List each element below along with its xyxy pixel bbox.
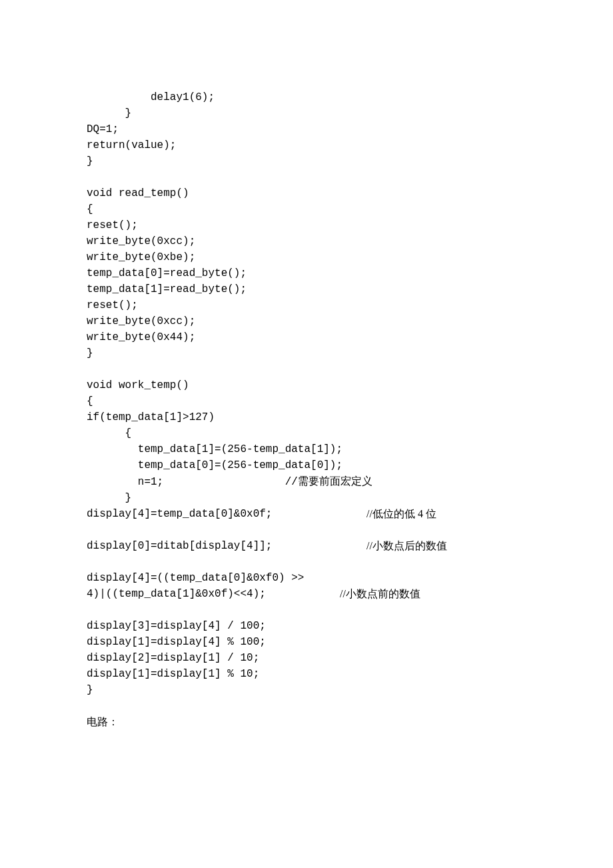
code-line: display[4]=((temp_data[0]&0xf0) >> <box>87 572 304 584</box>
code-line: n=1; //需要前面宏定义 <box>87 476 372 488</box>
code-line: void work_temp() <box>87 379 189 391</box>
code-block: delay1(6); } DQ=1; return(value); } void… <box>87 73 526 698</box>
code-line: reset(); <box>87 299 138 311</box>
code-line: write_byte(0xcc); <box>87 235 195 247</box>
code-line: void read_temp() <box>87 187 189 199</box>
code-line: temp_data[1]=(256-temp_data[1]); <box>87 443 342 455</box>
code-line: write_byte(0x44); <box>87 331 195 343</box>
document-page: delay1(6); } DQ=1; return(value); } void… <box>0 0 613 770</box>
code-line: { <box>87 427 131 439</box>
code-line: reset(); <box>87 219 138 231</box>
code-line: display[0]=ditab[display[4]];//小数点后的数值 <box>87 538 526 554</box>
code-line: } <box>87 347 93 359</box>
code-line: temp_data[1]=read_byte(); <box>87 283 247 295</box>
code-line: } <box>87 107 131 119</box>
code-line: DQ=1; <box>87 123 119 135</box>
code-line: display[2]=display[1] / 10; <box>87 652 259 664</box>
code-line: return(value); <box>87 139 176 151</box>
code-line: delay1(6); <box>87 91 215 103</box>
code-line: write_byte(0xbe); <box>87 251 195 263</box>
code-line: display[4]=temp_data[0]&0x0f;//低位的低 4 位 <box>87 506 526 522</box>
code-line: { <box>87 395 93 407</box>
code-line: write_byte(0xcc); <box>87 315 195 327</box>
section-heading: 电路： <box>87 714 526 730</box>
code-line: } <box>87 155 93 167</box>
code-line: 4)|((temp_data[1]&0x0f)<<4);//小数点前的数值 <box>87 586 526 602</box>
code-line: if(temp_data[1]>127) <box>87 411 215 423</box>
code-line: } <box>87 684 93 696</box>
code-line: display[1]=display[1] % 10; <box>87 668 259 680</box>
code-line: temp_data[0]=read_byte(); <box>87 267 247 279</box>
code-line: display[3]=display[4] / 100; <box>87 620 266 632</box>
code-line: display[1]=display[4] % 100; <box>87 636 266 648</box>
code-line: temp_data[0]=(256-temp_data[0]); <box>87 459 342 471</box>
code-line: } <box>87 492 131 504</box>
code-line: { <box>87 203 93 215</box>
